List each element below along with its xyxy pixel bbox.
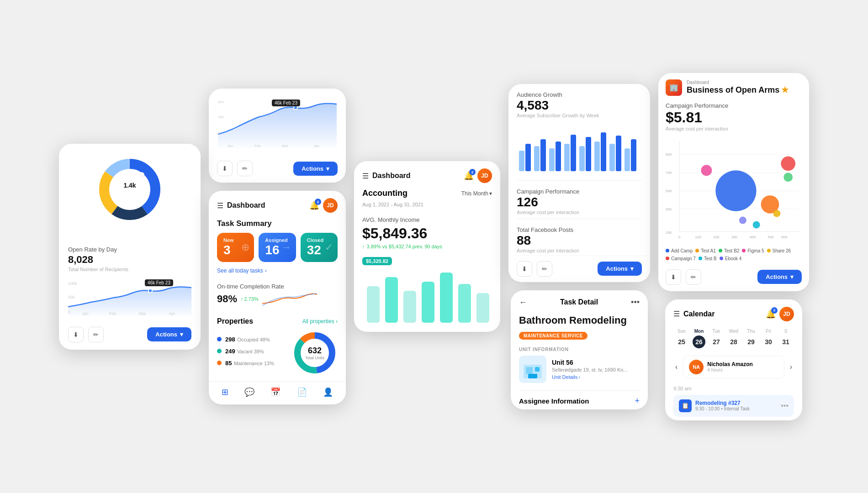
menu-icon-cal[interactable]: ☰	[673, 309, 680, 318]
cal-day-fri: Fri 30	[760, 329, 777, 348]
svg-rect-40	[556, 142, 561, 171]
svg-rect-55	[528, 374, 537, 378]
more-options-button[interactable]: •••	[631, 298, 640, 307]
edit-icon-btn[interactable]: ✏	[88, 327, 104, 342]
star-icon: ★	[781, 85, 789, 95]
actions-button-card1[interactable]: Actions ▾	[147, 327, 191, 341]
see-all-tasks-link[interactable]: See all today tasks ›	[209, 267, 346, 279]
task-assigned-chip[interactable]: Assigned 16 →	[259, 233, 296, 262]
svg-rect-36	[525, 144, 531, 171]
svg-rect-41	[564, 144, 570, 171]
svg-rect-37	[534, 146, 540, 171]
cal-next-button[interactable]: ›	[788, 361, 794, 373]
prop-occupied: 298 Occupied 48%	[217, 335, 285, 343]
cal-day-thu: Thu 29	[743, 329, 759, 348]
unit-details-link[interactable]: Unit Details ›	[552, 374, 640, 380]
remodel-more-button[interactable]: •••	[781, 402, 789, 410]
completion-value: 98%	[217, 293, 237, 305]
small-area-chart: 46k Feb 23 100k 50k 0 Jan Feb Mar	[59, 276, 201, 321]
user-avatar[interactable]: JD	[323, 198, 338, 213]
column-2: 46k Feb 23 80k 50k 0 Jan Feb	[209, 89, 346, 404]
avg-change: ↑ 3.89% vs $5,432.74 prev. 90 days	[354, 244, 500, 253]
period-label: This Month	[461, 190, 488, 197]
cal-prev-button[interactable]: ‹	[673, 361, 679, 373]
biz-header: 🏢 Dashboard Business of Open Arms ★	[658, 73, 809, 100]
month-selector[interactable]: This Month ▾	[461, 190, 492, 197]
calendar-title: Calendar	[683, 310, 762, 318]
nav-grid-icon[interactable]: ⊞	[222, 387, 228, 397]
download-icon-btn-2[interactable]: ⬇	[217, 161, 233, 176]
download-icon-btn[interactable]: ⬇	[68, 327, 84, 342]
unit-info-row: Unit 56 Sellerødgade 19, st. tv, 1690 Ko…	[511, 356, 648, 388]
svg-rect-45	[594, 142, 600, 171]
cal-day-mon[interactable]: Mon 26	[691, 329, 707, 348]
svg-point-74	[715, 170, 756, 211]
open-rate-stats: Open Rate by Day 8,028 Total Number of R…	[59, 239, 201, 276]
biz-name-text: Business of Open Arms	[687, 85, 779, 95]
dashboard-header: ☰ Dashboard 🔔 2 JD	[209, 191, 346, 217]
vacant-dot	[217, 349, 222, 353]
calendar-week: Sun 25 Mon 26 Tue 27 Wed 28 Thu 29 Fri 3…	[665, 326, 802, 353]
completion-section: On-time Completion Rate 98% ↑ 2.73%	[209, 279, 346, 314]
download-icon-btn-7[interactable]: ⬇	[666, 269, 681, 285]
card-donut-open-rate: 1.4k Open Rate by Day 8,028 Total Number…	[59, 144, 201, 350]
actions-button-card3[interactable]: Actions ▾	[293, 162, 338, 176]
divider-1	[517, 180, 642, 181]
donut-chart-area: 1.4k	[68, 153, 191, 226]
svg-text:Jan: Jan	[82, 311, 89, 316]
nav-calendar-icon[interactable]: 📅	[270, 387, 281, 397]
trend-up-icon-acct: ↑	[362, 244, 365, 249]
edit-icon-btn-5[interactable]: ✏	[537, 261, 552, 277]
cal-day-wed: Wed 28	[725, 329, 742, 348]
event-name: Nicholas Amazon	[707, 361, 778, 367]
edit-icon-btn-7[interactable]: ✏	[686, 269, 701, 285]
task-closed-chip[interactable]: Closed 32 ✓	[301, 233, 338, 262]
audience-bars-svg	[517, 126, 640, 171]
svg-text:0: 0	[218, 131, 220, 135]
back-button[interactable]: ←	[519, 298, 527, 307]
svg-text:700: 700	[666, 171, 672, 175]
user-avatar-acct[interactable]: JD	[477, 168, 492, 183]
change-text: 3.89% vs $5,432.74 prev. 90 days	[367, 244, 443, 249]
user-avatar-cal[interactable]: JD	[779, 307, 794, 321]
legend-test-a1: Test A1	[695, 248, 716, 253]
nav-doc-icon[interactable]: 📄	[297, 387, 307, 397]
notification-bell-cal[interactable]: 🔔 2	[766, 309, 776, 319]
menu-icon[interactable]: ☰	[217, 201, 223, 210]
audience-header: Audience Growth 4,583 Average Subscriber…	[508, 84, 650, 126]
notification-bell-acct[interactable]: 🔔 2	[464, 171, 474, 181]
download-icon-btn-5[interactable]: ⬇	[517, 261, 532, 277]
menu-icon-acct[interactable]: ☰	[362, 172, 369, 180]
all-properties-link[interactable]: All properties ›	[302, 318, 338, 325]
cp-sub: Average cost per interaction	[666, 126, 802, 131]
audience-bar-chart	[508, 126, 650, 178]
cal-event-card: NA Nicholas Amazon 4 hours	[683, 356, 784, 378]
nav-user-icon[interactable]: 👤	[323, 387, 333, 397]
task-status-cards: New 3 ⊕ Assigned 16 → Closed 32 ✓	[209, 233, 346, 267]
cal-day-sat: S 31	[778, 329, 794, 348]
svg-text:600: 600	[781, 235, 788, 239]
svg-text:300: 300	[731, 235, 738, 239]
bar-chart-svg	[362, 268, 490, 323]
actions-button-card5[interactable]: Actions ▾	[598, 262, 642, 276]
legend-share26: Share 26	[767, 248, 791, 253]
task-new-chip[interactable]: New 3 ⊕	[217, 233, 254, 262]
fb-sub: Average cost per interaction	[517, 248, 642, 253]
actions-label: Actions	[155, 331, 177, 338]
properties-donut: 632 Total Units	[292, 330, 338, 376]
svg-rect-31	[422, 282, 434, 323]
svg-rect-54	[535, 367, 540, 372]
completion-sparkline	[262, 290, 317, 308]
add-assignee-button[interactable]: +	[635, 396, 640, 406]
svg-point-79	[773, 210, 780, 217]
svg-rect-39	[549, 148, 555, 171]
actions-button-card7[interactable]: Actions ▾	[757, 270, 802, 284]
notification-bell[interactable]: 🔔 2	[309, 200, 319, 210]
svg-text:0: 0	[68, 310, 70, 315]
nav-chat-icon[interactable]: 💬	[244, 387, 254, 397]
avg-label: AVG. Monthly Income	[354, 213, 500, 225]
edit-icon-btn-2[interactable]: ✏	[237, 161, 253, 176]
test-b2-dot	[719, 249, 722, 252]
card5-footer: ⬇ ✏ Actions ▾	[508, 255, 650, 282]
donut-center-value: 1.4k	[123, 182, 136, 189]
